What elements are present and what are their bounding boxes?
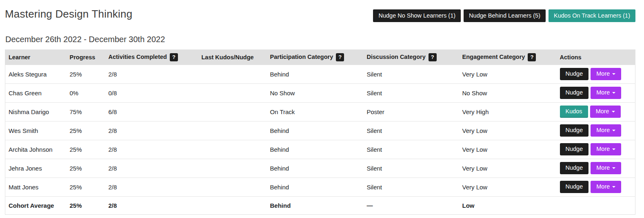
discussion-value: Silent — [364, 159, 459, 178]
column-header-activities-completed: Activities Completed? — [105, 49, 198, 65]
more-label: More — [596, 127, 610, 133]
nudge-button[interactable]: Nudge — [560, 162, 589, 174]
more-label: More — [596, 70, 610, 77]
cohort-average-label: Cohort Average — [5, 196, 67, 214]
actions-cell: NudgeMore — [557, 83, 635, 102]
participation-value: On Track — [267, 102, 364, 121]
discussion-value: Silent — [364, 83, 459, 102]
activities-value: 2/8 — [105, 121, 198, 140]
caret-down-icon — [612, 167, 615, 169]
column-label: Progress — [70, 54, 95, 61]
caret-down-icon — [612, 73, 615, 75]
table-row: Jehra Jones 25% 2/8 Behind Silent Very L… — [5, 159, 635, 178]
more-label: More — [596, 183, 610, 190]
last-kudos-nudge-value — [198, 140, 267, 159]
kudos-button[interactable]: Kudos — [560, 106, 588, 118]
activities-average: 2/8 — [105, 196, 198, 214]
caret-down-icon — [612, 111, 615, 112]
participation-value: No Show — [267, 83, 364, 102]
nudge-button[interactable]: Nudge — [560, 143, 589, 155]
progress-value: 0% — [67, 83, 105, 102]
nudge-button[interactable]: Nudge — [560, 68, 589, 80]
more-label: More — [596, 146, 610, 152]
engagement-value: Very Low — [459, 65, 557, 83]
learners-table: Learner Progress Activities Completed? L… — [5, 49, 635, 215]
column-label: Actions — [560, 54, 582, 61]
kudos-on-track-learners-button[interactable]: Kudos On Track Learners (1) — [549, 9, 635, 22]
last-kudos-nudge-value — [198, 102, 267, 121]
table-body: Aleks Stegura 25% 2/8 Behind Silent Very… — [5, 65, 635, 196]
more-button[interactable]: More — [591, 181, 621, 193]
last-kudos-nudge-average — [198, 196, 267, 214]
column-label: Engagement Category — [462, 53, 525, 60]
table-row: Chas Green 0% 0/8 No Show Silent No Show… — [5, 83, 635, 102]
table-row: Wes Smith 25% 2/8 Behind Silent Very Low… — [5, 121, 635, 140]
learner-name: Archita Johnson — [5, 140, 67, 159]
activities-value: 2/8 — [105, 65, 198, 83]
activities-value: 2/8 — [105, 159, 198, 178]
table-row: Nishma Darigo 75% 6/8 On Track Poster Ve… — [5, 102, 635, 121]
nudge-button[interactable]: Nudge — [560, 87, 589, 99]
column-label: Learner — [9, 54, 30, 61]
more-button[interactable]: More — [591, 87, 621, 99]
nudge-button[interactable]: Nudge — [560, 124, 589, 137]
last-kudos-nudge-value — [198, 65, 267, 83]
more-button[interactable]: More — [591, 68, 621, 80]
table-footer: Cohort Average 25% 2/8 Behind — Low — [5, 196, 635, 214]
more-button[interactable]: More — [590, 106, 621, 118]
activities-value: 6/8 — [105, 102, 198, 121]
table-header: Learner Progress Activities Completed? L… — [5, 49, 635, 65]
actions-cell: NudgeMore — [557, 140, 635, 159]
activities-value: 0/8 — [105, 83, 198, 102]
participation-average: Behind — [267, 196, 364, 214]
table-row: Aleks Stegura 25% 2/8 Behind Silent Very… — [5, 65, 635, 83]
engagement-value: Very Low — [459, 140, 557, 159]
more-button[interactable]: More — [591, 143, 621, 155]
actions-cell: NudgeMore — [557, 121, 635, 140]
participation-value: Behind — [267, 65, 364, 83]
table-row: Matt Jones 25% 2/8 Behind Silent Very Lo… — [5, 178, 635, 196]
caret-down-icon — [612, 186, 615, 188]
discussion-value: Poster — [364, 102, 459, 121]
last-kudos-nudge-value — [198, 83, 267, 102]
column-header-progress: Progress — [67, 49, 105, 65]
more-label: More — [596, 108, 609, 115]
caret-down-icon — [612, 92, 615, 94]
cohort-average-row: Cohort Average 25% 2/8 Behind — Low — [5, 196, 635, 214]
progress-value: 25% — [67, 65, 105, 83]
column-header-last-kudos-nudge: Last Kudos/Nudge — [198, 49, 267, 65]
more-label: More — [596, 89, 610, 96]
header-row: Learner Progress Activities Completed? L… — [5, 49, 635, 65]
column-header-discussion-category: Discussion Category? — [364, 49, 459, 65]
nudge-no-show-learners-button[interactable]: Nudge No Show Learners (1) — [373, 9, 461, 22]
participation-value: Behind — [267, 178, 364, 196]
more-button[interactable]: More — [591, 162, 621, 174]
help-icon[interactable]: ? — [429, 53, 437, 61]
more-button[interactable]: More — [591, 124, 621, 137]
column-header-learner: Learner — [5, 49, 67, 65]
engagement-value: Very Low — [459, 178, 557, 196]
nudge-behind-learners-button[interactable]: Nudge Behind Learners (5) — [464, 9, 546, 22]
last-kudos-nudge-value — [198, 159, 267, 178]
column-label: Discussion Category — [367, 53, 426, 60]
actions-cell: NudgeMore — [557, 65, 635, 83]
learner-name: Jehra Jones — [5, 159, 67, 178]
caret-down-icon — [612, 130, 615, 131]
nudge-button[interactable]: Nudge — [560, 181, 589, 193]
participation-value: Behind — [267, 140, 364, 159]
help-icon[interactable]: ? — [170, 53, 178, 61]
participation-value: Behind — [267, 159, 364, 178]
column-label: Participation Category — [270, 53, 333, 60]
actions-cell: KudosMore — [557, 102, 635, 121]
progress-value: 75% — [67, 102, 105, 121]
progress-average: 25% — [67, 196, 105, 214]
help-icon[interactable]: ? — [528, 53, 536, 61]
bulk-actions: Nudge No Show Learners (1) Nudge Behind … — [373, 9, 635, 22]
column-header-engagement-category: Engagement Category? — [459, 49, 557, 65]
actions-cell: NudgeMore — [557, 178, 635, 196]
discussion-value: Silent — [364, 65, 459, 83]
progress-value: 25% — [67, 159, 105, 178]
column-label: Last Kudos/Nudge — [202, 54, 254, 61]
help-icon[interactable]: ? — [336, 53, 344, 61]
progress-value: 25% — [67, 178, 105, 196]
